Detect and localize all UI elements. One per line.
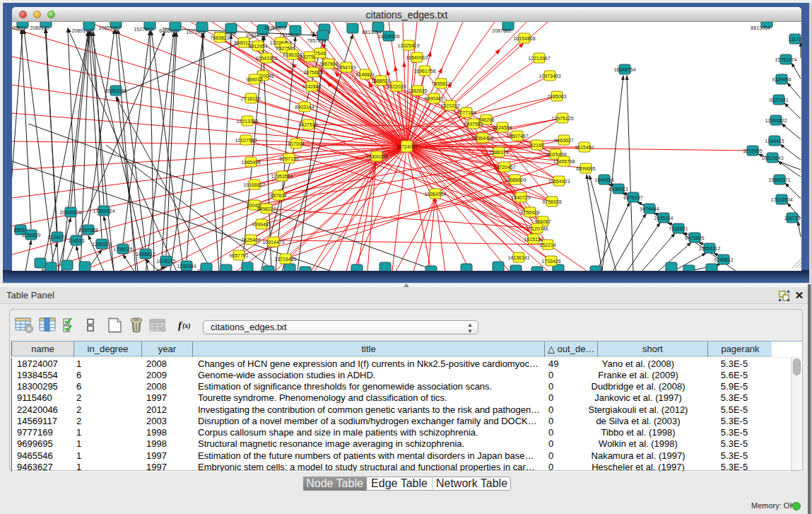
- svg-text:10654112: 10654112: [699, 246, 721, 251]
- svg-text:116733: 116733: [784, 216, 801, 221]
- svg-text:10107553: 10107553: [235, 138, 257, 143]
- svg-text:9329986: 9329986: [772, 77, 791, 82]
- svg-text:10973493: 10973493: [539, 74, 560, 78]
- svg-text:2124273: 2124273: [47, 235, 66, 240]
- svg-text:2087662: 2087662: [492, 28, 511, 33]
- svg-text:9474444: 9474444: [640, 206, 659, 211]
- svg-text:16053809: 16053809: [264, 25, 286, 30]
- svg-text:11172: 11172: [789, 37, 801, 42]
- svg-text:1156829: 1156829: [22, 233, 41, 238]
- svg-text:19166827: 19166827: [243, 182, 265, 187]
- svg-text:989013: 989013: [246, 77, 262, 82]
- svg-text:9242845: 9242845: [302, 84, 321, 89]
- svg-text:20206578: 20206578: [59, 210, 81, 215]
- svg-text:13716485: 13716485: [274, 257, 296, 262]
- svg-text:1362635: 1362635: [408, 88, 427, 93]
- svg-text:252214: 252214: [539, 243, 555, 247]
- svg-text:13325419: 13325419: [397, 43, 419, 48]
- svg-text:3912954: 3912954: [248, 44, 267, 49]
- svg-text:21364436: 21364436: [471, 136, 493, 141]
- svg-text:13495798: 13495798: [553, 159, 575, 164]
- svg-text:9990443: 9990443: [424, 96, 443, 101]
- svg-text:1527602: 1527602: [134, 27, 153, 32]
- svg-text:9227341: 9227341: [769, 98, 788, 103]
- svg-text:3215955: 3215955: [743, 148, 762, 153]
- svg-text:12093822: 12093822: [765, 118, 787, 123]
- svg-text:62160: 62160: [530, 143, 544, 148]
- svg-text:1292344: 1292344: [177, 264, 196, 269]
- svg-text:114513: 114513: [69, 238, 85, 243]
- svg-text:7955812: 7955812: [431, 81, 450, 86]
- svg-text:10543362: 10543362: [255, 56, 277, 61]
- svg-text:7546: 7546: [314, 51, 326, 56]
- svg-text:3024554: 3024554: [493, 125, 512, 130]
- svg-text:9756928: 9756928: [520, 210, 539, 215]
- svg-text:16914479: 16914479: [262, 240, 284, 245]
- svg-text:16640910: 16640910: [406, 55, 428, 60]
- svg-text:20053346: 20053346: [105, 88, 126, 93]
- svg-text:2089140: 2089140: [30, 25, 49, 30]
- svg-text:1244415: 1244415: [765, 139, 784, 144]
- svg-text:6497563: 6497563: [464, 122, 483, 127]
- svg-text:6466160: 6466160: [159, 28, 178, 33]
- svg-text:8454749: 8454749: [336, 65, 355, 70]
- svg-text:8471626: 8471626: [685, 235, 704, 240]
- svg-text:9245612: 9245612: [714, 257, 733, 262]
- svg-text:917004: 917004: [288, 141, 304, 146]
- svg-text:1640954: 1640954: [594, 177, 613, 182]
- svg-text:1588520: 1588520: [371, 78, 390, 83]
- svg-text:17359924: 17359924: [93, 209, 114, 214]
- svg-text:9657791: 9657791: [229, 253, 248, 258]
- svg-text:1795725: 1795725: [113, 247, 132, 252]
- svg-text:7857234: 7857234: [307, 38, 326, 43]
- svg-text:12975125: 12975125: [551, 116, 573, 121]
- svg-text:9756928: 9756928: [542, 199, 561, 204]
- svg-text:10120746: 10120746: [526, 226, 548, 231]
- svg-text:1965498: 1965498: [241, 160, 260, 165]
- svg-text:8903144: 8903144: [295, 105, 314, 110]
- svg-text:7632621: 7632621: [669, 226, 688, 231]
- svg-text:9146821: 9146821: [355, 72, 375, 77]
- svg-text:15751074: 15751074: [775, 57, 796, 62]
- svg-text:18300295: 18300295: [365, 154, 387, 159]
- svg-text:(x): (x): [182, 322, 191, 330]
- svg-text:8267130: 8267130: [279, 156, 298, 161]
- svg-text:7485063: 7485063: [547, 94, 566, 99]
- svg-text:1071918: 1071918: [186, 30, 205, 35]
- svg-text:7625402: 7625402: [241, 238, 260, 243]
- svg-text:18724007: 18724007: [396, 144, 418, 149]
- svg-text:17016504: 17016504: [770, 197, 792, 202]
- svg-text:1095812: 1095812: [136, 252, 155, 257]
- svg-text:9777169: 9777169: [457, 110, 476, 115]
- svg-text:3875685: 3875685: [303, 70, 322, 75]
- svg-text:8813054: 8813054: [751, 25, 770, 30]
- svg-text:1250513: 1250513: [92, 242, 111, 247]
- svg-text:7386372: 7386372: [489, 150, 508, 155]
- svg-text:3498222: 3498222: [257, 206, 276, 211]
- svg-text:10654923: 10654923: [548, 179, 570, 184]
- svg-text:12213383: 12213383: [236, 119, 258, 124]
- svg-text:2718129: 2718129: [241, 96, 260, 101]
- svg-text:15720467: 15720467: [493, 165, 515, 170]
- svg-text:19384554: 19384554: [424, 192, 446, 197]
- svg-text:1840729: 1840729: [511, 195, 530, 200]
- svg-text:1733426: 1733426: [541, 259, 560, 264]
- svg-text:1405572: 1405572: [12, 25, 26, 30]
- svg-text:9463627: 9463627: [554, 138, 573, 143]
- svg-text:10671355: 10671355: [245, 33, 267, 37]
- svg-text:16648754: 16648754: [613, 67, 635, 72]
- svg-text:6899695: 6899695: [576, 166, 595, 171]
- svg-text:10688609: 10688609: [504, 177, 526, 182]
- svg-text:7663822: 7663822: [210, 35, 229, 40]
- svg-text:19218506: 19218506: [377, 34, 399, 39]
- svg-text:8938923: 8938923: [608, 187, 628, 192]
- svg-text:10210643: 10210643: [761, 156, 783, 160]
- svg-text:12353594: 12353594: [271, 174, 293, 179]
- svg-text:16154808: 16154808: [513, 36, 535, 41]
- svg-text:10607467: 10607467: [506, 134, 528, 139]
- svg-text:2935114: 2935114: [654, 216, 673, 221]
- svg-text:7515526: 7515526: [279, 33, 298, 37]
- svg-text:1615132: 1615132: [524, 237, 543, 242]
- svg-text:16961758: 16961758: [413, 69, 435, 74]
- svg-text:15692371: 15692371: [768, 177, 790, 182]
